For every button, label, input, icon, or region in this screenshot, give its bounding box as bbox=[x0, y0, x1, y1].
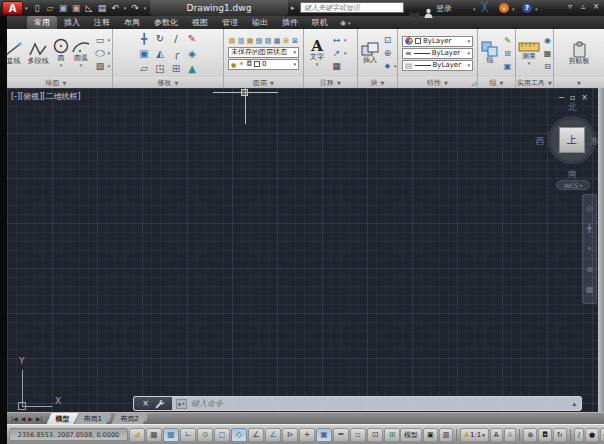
hatch-icon[interactable]: ▨ bbox=[93, 60, 106, 72]
layer-freeze-icon[interactable]: ☀ bbox=[238, 60, 244, 68]
command-customize-wrench-icon[interactable] bbox=[154, 399, 164, 409]
layout-tab-layout1[interactable]: 布局1 bbox=[75, 413, 111, 424]
exchange-apps-icon[interactable]: ╳ bbox=[482, 2, 487, 12]
undo-caret-icon[interactable]: ▾ bbox=[122, 1, 128, 14]
signin-person-icon[interactable] bbox=[424, 3, 433, 22]
layer-dropdown[interactable]: ● ☀ ◘ 0 ▾ bbox=[228, 59, 299, 70]
viewcube-north[interactable]: 北 bbox=[560, 101, 584, 114]
array-icon[interactable]: ⊞ bbox=[168, 61, 184, 76]
id-point-icon[interactable]: ⊟ bbox=[542, 60, 553, 72]
mirror-icon[interactable]: ◭ bbox=[152, 46, 168, 61]
layer-state-dropdown[interactable]: 未保存的图层状态 ▾ bbox=[228, 47, 299, 58]
layer-color-swatch[interactable] bbox=[254, 61, 260, 67]
linetype-dropdown[interactable]: ▤ ByLayer ▾ bbox=[402, 60, 473, 71]
app-menu-button[interactable]: A bbox=[2, 1, 23, 15]
stretch-icon[interactable]: ▱ bbox=[136, 61, 152, 76]
infocenter-search-input[interactable] bbox=[300, 2, 404, 13]
prev-layout-icon[interactable]: ◀ bbox=[21, 415, 26, 422]
signin-caret-icon[interactable]: ▾ bbox=[473, 6, 476, 12]
dimension-caret-icon[interactable]: ▾ bbox=[344, 37, 347, 43]
arc-caret-icon[interactable]: ▾ bbox=[80, 63, 83, 69]
help-caret-icon[interactable]: ▾ bbox=[535, 6, 538, 12]
orbit-icon[interactable]: ⊕ bbox=[586, 265, 593, 274]
block-attr-icon[interactable]: ◆ bbox=[382, 60, 393, 72]
dyn-ucs-toggle[interactable]: + bbox=[299, 428, 315, 442]
draw-panel-label[interactable]: 绘图 ▼ bbox=[0, 77, 112, 88]
ribbon-minimize-toggle[interactable]: ◉ ▾ bbox=[340, 16, 351, 29]
transparency-toggle[interactable]: ▫ bbox=[350, 428, 366, 442]
drawing-canvas[interactable]: [-][俯视][二维线框] ─ ▫ × 北 上 西 东 南 WCS ▾ ◎ ╋ … bbox=[7, 88, 598, 412]
measure-caret-icon[interactable]: ▾ bbox=[528, 61, 531, 67]
next-layout-icon[interactable]: ▶ bbox=[28, 415, 33, 422]
comm-caret-icon[interactable]: ▾ bbox=[512, 6, 515, 12]
ellipse-icon[interactable]: ◯ bbox=[93, 49, 106, 57]
infer-constraints-toggle[interactable]: ⊿ bbox=[129, 428, 145, 442]
autoscale-icon[interactable]: A bbox=[504, 428, 517, 442]
viewcube-west[interactable]: 西 bbox=[534, 135, 546, 148]
new-icon[interactable]: ▯ bbox=[31, 1, 43, 14]
viewcube-top-face[interactable]: 上 bbox=[559, 127, 585, 153]
quick-view-layouts-icon[interactable]: ▣ bbox=[423, 428, 438, 442]
save-icon[interactable]: ▣ bbox=[57, 1, 69, 14]
recent-commands-icon[interactable]: ▴ bbox=[572, 400, 576, 408]
hatch-caret-icon[interactable]: ▾ bbox=[107, 63, 110, 69]
quick-view-drawings-icon[interactable]: ▥ bbox=[439, 428, 454, 442]
block-panel-label[interactable]: 块 ▼ bbox=[358, 77, 397, 88]
insert-block-button[interactable]: 插入 bbox=[360, 41, 380, 65]
annotation-scale-button[interactable]: A 1:1 ▾ bbox=[460, 428, 489, 442]
polyline-button[interactable]: 多段线 bbox=[25, 41, 52, 66]
ungroup-icon[interactable]: ⊞ bbox=[502, 47, 513, 59]
tab-layout[interactable]: 布局 bbox=[117, 16, 147, 29]
object-color-dropdown[interactable]: ByLayer ▾ bbox=[402, 36, 473, 47]
layer-tool-icon[interactable]: ▥ bbox=[237, 37, 245, 46]
create-block-icon[interactable]: ⊡ bbox=[382, 34, 393, 46]
osnap-toggle[interactable]: ◇ bbox=[231, 428, 247, 442]
tab-output[interactable]: 输出 bbox=[245, 16, 275, 29]
scale-icon[interactable]: ◳ bbox=[152, 61, 168, 76]
command-close-icon[interactable]: × bbox=[142, 399, 149, 408]
rectangle-icon[interactable]: ▭ bbox=[93, 34, 106, 46]
tab-online[interactable]: 联机 bbox=[305, 16, 335, 29]
dimension-icon[interactable]: ↔ bbox=[330, 34, 343, 46]
erase-icon[interactable]: ✎ bbox=[184, 31, 200, 46]
ellipse-caret-icon[interactable]: ▾ bbox=[107, 50, 110, 56]
leader-icon[interactable]: ↗ bbox=[330, 47, 343, 59]
undo-icon[interactable]: ↶ bbox=[109, 1, 121, 14]
edit-block-icon[interactable]: ⊕ bbox=[382, 47, 393, 59]
quick-properties-toggle[interactable]: ⊡ bbox=[367, 428, 383, 442]
pan-icon[interactable]: ╋ bbox=[587, 224, 592, 233]
first-layout-icon[interactable]: |◀ bbox=[11, 415, 18, 422]
signin-label[interactable]: 登录 bbox=[436, 3, 452, 14]
zoom-icon[interactable]: ⌖ bbox=[587, 244, 592, 254]
open-icon[interactable]: ▱ bbox=[44, 1, 56, 14]
viewport-controls-label[interactable]: [-][俯视][二维线框] bbox=[11, 91, 81, 102]
layer-tool-icon[interactable]: ▦ bbox=[246, 37, 254, 46]
move-icon[interactable]: ╋ bbox=[136, 31, 152, 46]
clipboard-panel-label[interactable]: ▼ bbox=[554, 77, 604, 88]
group-edit-icon[interactable]: ✎ bbox=[502, 34, 513, 46]
hardware-accel-icon[interactable]: ↻ bbox=[553, 428, 567, 442]
toolbar-lock-icon[interactable]: ◘ bbox=[538, 428, 552, 442]
leader-caret-icon[interactable]: ▾ bbox=[344, 50, 347, 56]
layout-tab-layout2[interactable]: 布局2 bbox=[111, 413, 147, 424]
quick-select-icon[interactable]: ◉ bbox=[542, 34, 553, 46]
smooth-icon[interactable]: ▲ bbox=[184, 61, 200, 76]
snap-toggle[interactable]: ▦ bbox=[146, 428, 162, 442]
block-attr-caret-icon[interactable]: ▾ bbox=[394, 63, 397, 69]
measure-button[interactable]: 测量 ▾ bbox=[518, 40, 540, 66]
grid-toggle[interactable]: ▦ bbox=[163, 428, 179, 442]
tab-home[interactable]: 常用 bbox=[27, 16, 57, 29]
navigation-bar[interactable]: ◎ ╋ ⌖ ⊕ ▦ bbox=[582, 194, 597, 304]
properties-dialog-launcher-icon[interactable]: ◿ bbox=[471, 79, 476, 86]
communication-center-icon[interactable]: ▴ bbox=[499, 3, 509, 13]
trim-icon[interactable]: ∕ bbox=[168, 31, 184, 46]
layout-tab-model[interactable]: 模型 bbox=[47, 413, 79, 424]
otrack-toggle[interactable]: ∠ bbox=[265, 428, 281, 442]
properties-panel-label[interactable]: 特性 ▼ bbox=[398, 77, 477, 88]
selection-cycling-toggle[interactable]: ⊞ bbox=[384, 428, 400, 442]
plot-icon[interactable]: ▤ bbox=[96, 1, 108, 14]
tab-plugins[interactable]: 插件 bbox=[275, 16, 305, 29]
layer-tool-icon[interactable]: ▤ bbox=[228, 37, 236, 46]
viewcube-east[interactable]: 东 bbox=[589, 135, 598, 148]
circle-button[interactable]: 圆 ▾ bbox=[52, 38, 71, 68]
